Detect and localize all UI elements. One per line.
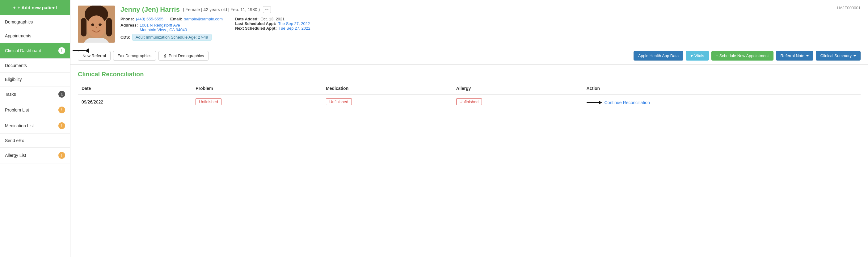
heart-icon: ♥ [690, 54, 693, 58]
sidebar-item-label: Clinical Dashboard [5, 48, 41, 53]
continue-reconciliation-link[interactable]: Continue Reconciliation [604, 100, 650, 105]
action-left-buttons: New Referral Fax Demographics 🖨 Print De… [78, 51, 209, 61]
main-content: Jenny (Jen) Harris ( Female | 42 years o… [70, 0, 868, 257]
new-referral-button[interactable]: New Referral [78, 51, 111, 61]
address-line1[interactable]: 1001 N Rengstorff Ave [140, 23, 187, 28]
email-label: Email: [170, 17, 182, 21]
clinical-dashboard-badge: ! [58, 47, 65, 54]
sidebar-item-clinical-dashboard[interactable]: Clinical Dashboard ! [0, 43, 70, 59]
svg-rect-4 [106, 18, 112, 36]
cell-allergy: Unfinished [453, 94, 583, 109]
problem-list-badge: ! [58, 106, 65, 114]
patient-id: HAJE000001 [837, 6, 861, 10]
cds-badge[interactable]: Adult Immunization Schedule Age: 27-49 [132, 34, 212, 41]
cds-row: CDS: Adult Immunization Schedule Age: 27… [121, 34, 223, 41]
sidebar-item-tasks[interactable]: Tasks 1 [0, 87, 70, 102]
patient-header: Jenny (Jen) Harris ( Female | 42 years o… [70, 0, 868, 47]
phone-value[interactable]: (443) 555-5555 [136, 17, 163, 21]
referral-note-button[interactable]: Referral Note [776, 51, 813, 61]
phone-row: Phone: (443) 555-5555 Email: sample@samp… [121, 17, 223, 21]
add-patient-label: + Add new patient [18, 5, 57, 10]
clinical-summary-button[interactable]: Clinical Summary [816, 51, 861, 61]
add-new-patient-button[interactable]: + + Add new patient [0, 0, 70, 15]
col-allergy: Allergy [453, 83, 583, 94]
section-title: Clinical Reconciliation [78, 71, 861, 78]
sidebar-nav: Demographics Appointments Clinical Dashb… [0, 15, 70, 257]
sidebar: + + Add new patient Demographics Appoint… [0, 0, 70, 257]
schedule-appointment-button[interactable]: + Schedule New Appointment [711, 51, 773, 61]
sidebar-item-eligibility[interactable]: Eligibility [0, 73, 70, 87]
action-row: New Referral Fax Demographics 🖨 Print De… [70, 47, 868, 65]
next-appt-value[interactable]: Tue Sep 27, 2022 [279, 26, 310, 31]
arrow-head [599, 101, 602, 104]
sidebar-item-problem-list[interactable]: Problem List ! [0, 102, 70, 118]
svg-point-2 [87, 15, 106, 38]
sidebar-item-documents[interactable]: Documents [0, 59, 70, 73]
last-appt-row: Last Scheduled Appt: Tue Sep 27, 2022 [235, 21, 315, 26]
patient-photo-svg [78, 6, 115, 43]
patient-right-details: Date Added: Oct. 13, 2021 Last Scheduled… [235, 17, 315, 41]
sidebar-item-medication-list[interactable]: Medication List ! [0, 118, 70, 134]
address-value: 1001 N Rengstorff Ave Mountain View , CA… [140, 23, 187, 32]
last-appt-value[interactable]: Tue Sep 27, 2022 [278, 21, 310, 26]
action-cell: Continue Reconciliation [587, 100, 650, 105]
date-added-label: Date Added: [235, 17, 258, 21]
date-added-row: Date Added: Oct. 13, 2021 [235, 17, 315, 21]
table-header: Date Problem Medication Allergy Action [78, 83, 861, 94]
patient-name: Jenny (Jen) Harris [121, 6, 180, 13]
address-line2[interactable]: Mountain View , CA 94040 [140, 28, 187, 32]
col-action: Action [583, 83, 861, 94]
print-demographics-label: Print Demographics [169, 54, 204, 58]
clinical-summary-caret [854, 55, 856, 57]
svg-point-5 [91, 24, 94, 26]
sidebar-item-demographics[interactable]: Demographics [0, 15, 70, 29]
next-appt-row: Next Scheduled Appt: Tue Sep 27, 2022 [235, 26, 315, 31]
patient-meta: ( Female | 42 years old | Feb. 11, 1980 … [183, 7, 260, 12]
referral-note-caret [806, 55, 809, 57]
sidebar-item-label: Documents [5, 63, 27, 68]
print-demographics-button[interactable]: 🖨 Print Demographics [158, 51, 209, 61]
sidebar-item-send-erx[interactable]: Send eRx [0, 134, 70, 148]
allergy-list-badge: ! [58, 152, 65, 159]
table-row: 09/26/2022 Unfinished Unfinished Unfinis… [78, 94, 861, 109]
allergy-unfinished-badge: Unfinished [456, 98, 482, 105]
sidebar-item-appointments[interactable]: Appointments [0, 29, 70, 43]
patient-photo [78, 6, 115, 43]
edit-patient-button[interactable]: ✏ [263, 6, 271, 13]
cell-date: 09/26/2022 [78, 94, 192, 109]
sidebar-item-label: Medication List [5, 123, 34, 128]
phone-label: Phone: [121, 17, 134, 21]
cell-medication: Unfinished [322, 94, 453, 109]
vitals-button[interactable]: ♥ Vitals [686, 51, 709, 61]
sidebar-item-label: Problem List [5, 107, 29, 113]
arrow-shaft [587, 102, 599, 103]
sidebar-item-label: Demographics [5, 20, 33, 24]
tasks-badge: 1 [58, 91, 65, 98]
table-header-row: Date Problem Medication Allergy Action [78, 83, 861, 94]
patient-contact-block: Phone: (443) 555-5555 Email: sample@samp… [121, 17, 861, 41]
address-label: Address: [121, 23, 138, 28]
sidebar-item-label: Send eRx [5, 138, 24, 143]
address-row: Address: 1001 N Rengstorff Ave Mountain … [121, 23, 223, 32]
col-medication: Medication [322, 83, 453, 94]
svg-rect-3 [81, 18, 87, 36]
svg-point-6 [98, 24, 102, 26]
sidebar-item-label: Appointments [5, 33, 32, 38]
col-date: Date [78, 83, 192, 94]
sidebar-item-label: Tasks [5, 92, 16, 97]
email-value[interactable]: sample@sample.com [184, 17, 223, 21]
sidebar-item-allergy-list[interactable]: Allergy List ! [0, 148, 70, 163]
cds-label: CDS: [121, 35, 130, 39]
last-appt-label: Last Scheduled Appt: [235, 21, 276, 26]
date-added-value: Oct. 13, 2021 [260, 17, 284, 21]
fax-demographics-button[interactable]: Fax Demographics [113, 51, 156, 61]
cell-problem: Unfinished [192, 94, 322, 109]
col-problem: Problem [192, 83, 322, 94]
printer-icon: 🖨 [163, 54, 167, 58]
sidebar-item-label: Allergy List [5, 153, 26, 158]
patient-name-row: Jenny (Jen) Harris ( Female | 42 years o… [121, 6, 861, 13]
patient-left-details: Phone: (443) 555-5555 Email: sample@samp… [121, 17, 223, 41]
referral-note-label: Referral Note [781, 54, 804, 58]
apple-health-button[interactable]: Apple Health App Data [633, 51, 684, 61]
arrow-right-annotation [587, 101, 602, 104]
